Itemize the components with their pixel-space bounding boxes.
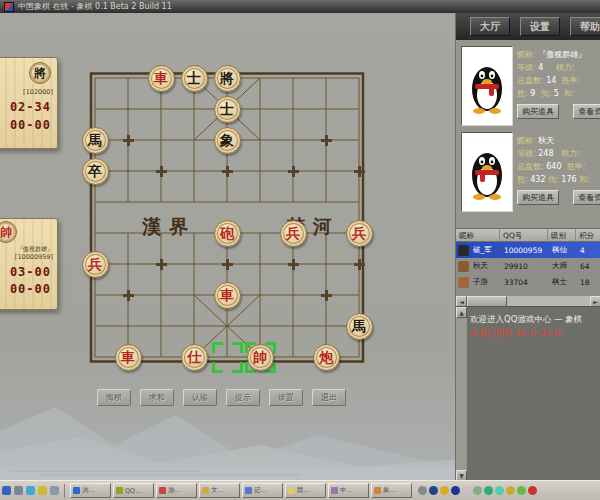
row-avatar-icon <box>458 245 469 256</box>
task-icon <box>202 487 209 494</box>
red-general-icon: 帥 <box>0 221 17 243</box>
piece-red-車[interactable]: 車 <box>148 65 175 92</box>
piece-red-砲[interactable]: 砲 <box>214 220 241 247</box>
tray-icon[interactable] <box>484 486 493 495</box>
col-nick[interactable]: 昵称 <box>456 229 500 242</box>
task-buttons: 浏…QQ…游…文…记…我…中…象… <box>70 483 412 498</box>
buy-props-button[interactable]: 购买道具 <box>517 104 559 119</box>
lobby-button[interactable]: 大厅 <box>470 17 510 36</box>
quick-launch-icon[interactable] <box>26 486 35 495</box>
view-profile-button[interactable]: 查看资料 <box>573 104 600 119</box>
cell-nick: 破_军 <box>471 245 502 255</box>
player-2-buttons: 购买道具 查看资料 <box>517 190 600 205</box>
tray-icon[interactable] <box>495 486 504 495</box>
cell-score: 4 <box>578 246 600 255</box>
chat-area: ▲ ▼ 欢迎进入QQ游戏中心 — 象棋 本局已用时 26 分 31 秒 <box>456 306 600 480</box>
task-label: 游… <box>168 486 181 495</box>
quick-launch-icon[interactable] <box>2 486 11 495</box>
level-value: 4 <box>538 63 543 72</box>
tray-icon[interactable] <box>440 486 449 495</box>
task-label: 文… <box>211 486 224 495</box>
quick-launch-icon[interactable] <box>50 486 59 495</box>
game-button-3[interactable]: 认输 <box>183 389 217 406</box>
piece-black-將[interactable]: 將 <box>214 65 241 92</box>
player-card-2: 昵称: 秋天 等级: 248 棋力: 总盘数: 640 胜率: 胜: 432 负… <box>459 130 600 214</box>
piece-red-炮[interactable]: 炮 <box>313 344 340 371</box>
task-button[interactable]: 文… <box>199 483 240 498</box>
tray-icon[interactable] <box>506 486 515 495</box>
col-rank[interactable]: 级别 <box>548 229 576 242</box>
help-button[interactable]: 帮助 <box>570 17 600 36</box>
qq-penguin-icon <box>469 55 505 115</box>
piece-black-馬[interactable]: 馬 <box>346 313 373 340</box>
tray-icon[interactable] <box>429 486 438 495</box>
rate-label: 胜率: <box>562 76 581 85</box>
chat-vscrollbar[interactable]: ▲ ▼ <box>456 307 467 480</box>
task-icon <box>245 487 252 494</box>
game-button-1[interactable]: 悔棋 <box>97 389 131 406</box>
piece-red-車[interactable]: 車 <box>214 282 241 309</box>
title-bar[interactable]: 中国象棋 在线 - 象棋 0.1 Beta 2 Build 11 <box>0 0 600 13</box>
scroll-up-arrow[interactable]: ▲ <box>456 307 467 318</box>
lose-value: 176 <box>561 175 576 184</box>
table-row[interactable]: 破_军10000959棋仙4 <box>456 242 600 258</box>
piece-black-馬[interactable]: 馬 <box>82 127 109 154</box>
task-button[interactable]: 浏… <box>70 483 111 498</box>
task-button[interactable]: 记… <box>242 483 283 498</box>
game-button-2[interactable]: 求和 <box>140 389 174 406</box>
games-label: 总盘数: <box>517 76 544 85</box>
tray-icon[interactable] <box>462 486 471 495</box>
win-value: 432 <box>530 175 545 184</box>
task-button[interactable]: QQ… <box>113 483 154 498</box>
task-button[interactable]: 我… <box>285 483 326 498</box>
buy-props-button[interactable]: 购买道具 <box>517 190 559 205</box>
tray-icon[interactable] <box>473 486 482 495</box>
table-row[interactable]: 秋天29910大师64 <box>456 258 600 274</box>
draw-label: 和: <box>564 89 575 98</box>
level-label: 等级: <box>517 63 536 72</box>
piece-black-士[interactable]: 士 <box>181 65 208 92</box>
game-button-4[interactable]: 提示 <box>226 389 260 406</box>
tray-icon[interactable] <box>451 486 460 495</box>
scroll-down-arrow[interactable]: ▼ <box>456 470 467 480</box>
piece-black-士[interactable]: 士 <box>214 96 241 123</box>
red-player-panel: 帥 『傲视群雄』 [10000959] 03-00 00-00 <box>0 218 58 310</box>
black-player-id: [102000] <box>0 88 53 96</box>
lose-label: 负: <box>540 89 551 98</box>
col-qq[interactable]: QQ号 <box>500 229 548 242</box>
tray-icon[interactable] <box>418 486 427 495</box>
tray-icon[interactable] <box>528 486 537 495</box>
piece-black-卒[interactable]: 卒 <box>82 158 109 185</box>
piece-red-兵[interactable]: 兵 <box>280 220 307 247</box>
game-button-5[interactable]: 设置 <box>269 389 303 406</box>
avatar-1 <box>461 46 513 126</box>
piece-red-車[interactable]: 車 <box>115 344 142 371</box>
piece-red-兵[interactable]: 兵 <box>82 251 109 278</box>
task-button[interactable]: 象… <box>371 483 412 498</box>
task-button[interactable]: 游… <box>156 483 197 498</box>
piece-red-帥[interactable]: 帥 <box>247 344 274 371</box>
cell-qq: 33704 <box>502 278 550 287</box>
piece-red-仕[interactable]: 仕 <box>181 344 208 371</box>
task-label: QQ… <box>125 487 142 495</box>
bracket-corner <box>232 342 243 353</box>
quick-launch-icon[interactable] <box>38 486 47 495</box>
view-profile-button[interactable]: 查看资料 <box>573 190 600 205</box>
tray-icon[interactable] <box>517 486 526 495</box>
piece-black-象[interactable]: 象 <box>214 127 241 154</box>
game-button-6[interactable]: 退出 <box>312 389 346 406</box>
col-score[interactable]: 积分 <box>576 229 600 242</box>
games-value: 640 <box>546 162 561 171</box>
settings-button[interactable]: 设置 <box>520 17 560 36</box>
board[interactable]: 漢界 楚河 車士將士馬象卒砲兵兵兵車馬車仕帥炮 <box>78 52 380 384</box>
cell-nick: 秋天 <box>471 261 502 271</box>
task-label: 浏… <box>82 486 95 495</box>
task-button[interactable]: 中… <box>328 483 369 498</box>
player-table-body: 破_军10000959棋仙4秋天29910大师64子游33704棋士18 <box>456 242 600 290</box>
table-row[interactable]: 子游33704棋士18 <box>456 274 600 290</box>
cell-nick: 子游 <box>471 277 502 287</box>
quick-launch-icon[interactable] <box>14 486 23 495</box>
piece-red-兵[interactable]: 兵 <box>346 220 373 247</box>
point-marker <box>222 166 233 177</box>
task-icon <box>73 487 80 494</box>
